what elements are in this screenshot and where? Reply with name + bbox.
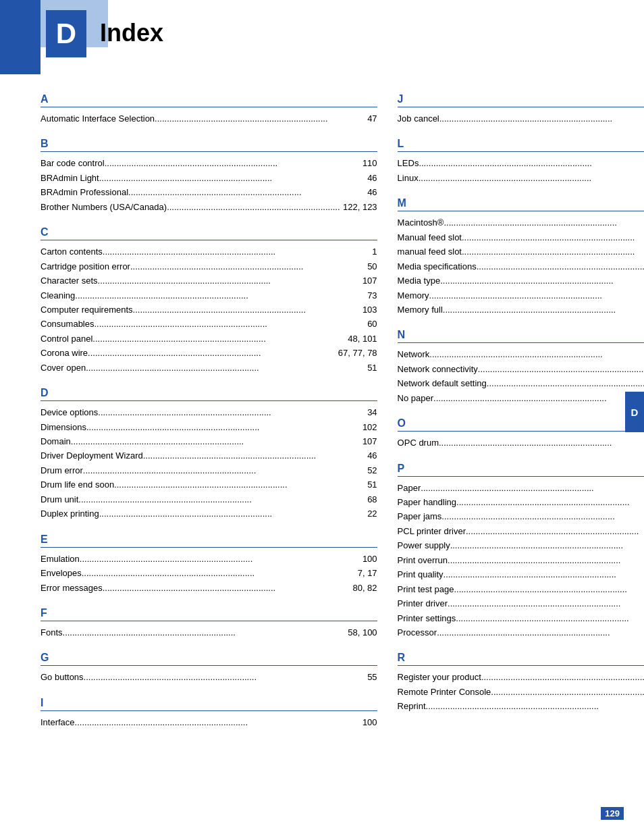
list-item: Envelopes ..............................… [41,566,377,580]
list-item: Reprint ................................… [398,699,644,713]
list-item: Dimensions .............................… [41,420,377,434]
list-item: Brother Numbers (USA/Canada) ...........… [41,200,377,214]
page-header: D Index [0,0,644,74]
section-header: A [41,93,377,107]
list-item: Network default setting ................… [398,376,644,390]
list-item: Print quality ..........................… [398,567,644,581]
list-item: Cleaning ...............................… [41,288,377,303]
list-item: Domain .................................… [41,434,377,448]
list-item: Carton contents ........................… [41,244,377,259]
list-item: Paper jams .............................… [398,509,644,523]
list-item: Cover open .............................… [41,361,377,375]
list-item: Drum life end soon .....................… [41,477,377,492]
page-number-area: 129 [601,807,624,820]
list-item: manual feed slot .......................… [398,244,644,259]
index-content: AAutomatic Interface Selection .........… [0,74,644,756]
list-item: Power supply ...........................… [398,538,644,552]
section-header: L [398,138,644,152]
section-header: M [398,197,644,211]
page-number: 129 [601,807,624,820]
list-item: Duplex printing ........................… [41,506,377,521]
list-item: Emulation ..............................… [41,552,377,566]
list-item: Network ................................… [398,347,644,361]
list-item: Computer requirements ..................… [41,303,377,317]
section-header: J [398,93,644,107]
list-item: Device options .........................… [41,405,377,419]
list-item: Error messages .........................… [41,581,377,595]
list-item: Control panel ..........................… [41,332,377,346]
section-header: C [41,226,377,240]
list-item: Network connectivity ...................… [398,362,644,376]
list-item: Automatic Interface Selection ..........… [41,111,377,126]
page-title: Index [100,19,163,47]
list-item: Printer settings .......................… [398,611,644,625]
list-item: Go buttons .............................… [41,670,377,684]
list-item: Consumables ............................… [41,317,377,331]
section-header: D [41,387,377,401]
section-header: R [398,652,644,666]
list-item: BRAdmin Professional ...................… [41,185,377,199]
header-blue-block [0,0,41,74]
list-item: Media type .............................… [398,274,644,288]
list-item: OPC drum ...............................… [398,436,644,450]
list-item: Cartridge position error ...............… [41,259,377,274]
section-header: I [41,697,377,711]
list-item: Macintosh® .............................… [398,215,644,230]
section-header: G [41,652,377,666]
section-header: O [398,417,644,432]
list-item: Paper ..................................… [398,481,644,495]
list-item: Drum error .............................… [41,463,377,477]
list-item: Memory .................................… [398,288,644,303]
list-item: Printer driver .........................… [398,596,644,610]
list-item: Media specifications ...................… [398,259,644,274]
list-item: Memory full ............................… [398,303,644,317]
right-column: JJob cancel ............................… [398,81,644,729]
section-header: E [41,534,377,548]
section-header: N [398,329,644,343]
list-item: Corona wire ............................… [41,346,377,360]
list-item: Drum unit ..............................… [41,492,377,506]
list-item: Character sets .........................… [41,274,377,288]
list-item: Print overrun ..........................… [398,553,644,567]
list-item: Remote Printer Console .................… [398,685,644,699]
list-item: PCL printer driver .....................… [398,524,644,538]
list-item: Bar code control .......................… [41,156,377,170]
list-item: LEDs ...................................… [398,156,644,170]
list-item: Processor ..............................… [398,625,644,640]
side-tab: D [625,392,644,432]
list-item: Fonts ..................................… [41,625,377,640]
list-item: No paper ...............................… [398,391,644,405]
left-column: AAutomatic Interface Selection .........… [41,81,377,729]
list-item: Paper handling .........................… [398,495,644,509]
list-item: Register your product ..................… [398,670,644,684]
list-item: Linux ..................................… [398,171,644,185]
list-item: Print test page ........................… [398,582,644,596]
list-item: Manual feed slot .......................… [398,230,644,244]
section-header: B [41,138,377,152]
list-item: Job cancel .............................… [398,111,644,126]
list-item: BRAdmin Light ..........................… [41,171,377,185]
chapter-letter: D [46,10,86,57]
list-item: Driver Deployment Wizard ...............… [41,448,377,463]
list-item: Interface ..............................… [41,715,377,729]
section-header: P [398,463,644,477]
section-header: F [41,607,377,621]
